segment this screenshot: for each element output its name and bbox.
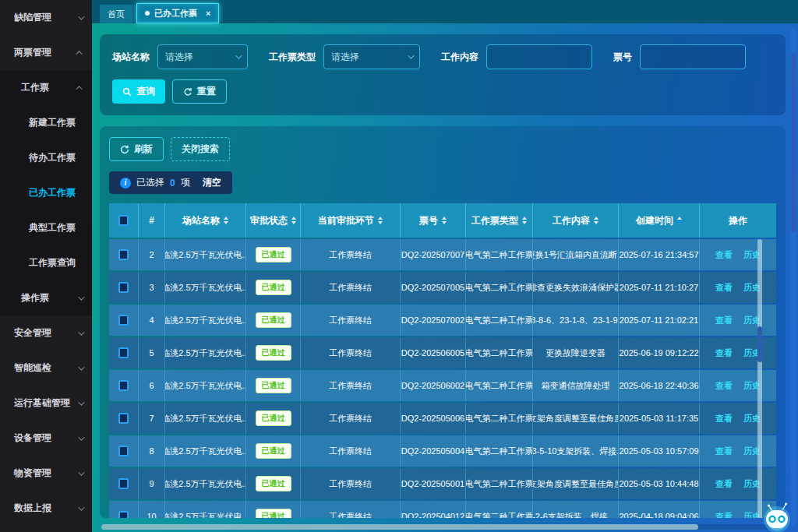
view-link[interactable]: 查看 <box>715 478 733 490</box>
sort-icon[interactable] <box>378 217 383 224</box>
refresh-button[interactable]: 刷新 <box>109 137 164 161</box>
refresh-button-label: 刷新 <box>134 143 153 156</box>
sort-icon[interactable] <box>594 217 598 224</box>
row-checkbox[interactable] <box>118 249 129 260</box>
view-link[interactable]: 查看 <box>715 511 733 519</box>
sort-icon[interactable] <box>442 217 447 224</box>
view-link[interactable]: 查看 <box>715 282 733 294</box>
chevron-down-icon <box>78 399 84 405</box>
view-link[interactable]: 查看 <box>715 413 733 425</box>
close-search-button[interactable]: 关闭搜索 <box>171 137 230 161</box>
sidebar-item[interactable]: 数据上报 <box>0 491 92 526</box>
column-header-label: # <box>149 215 154 226</box>
reset-button[interactable]: 重置 <box>172 79 227 104</box>
sidebar-item[interactable]: 已办工作票 <box>0 175 92 210</box>
tab-active[interactable]: 已办工作票× <box>136 3 219 23</box>
column-header-content[interactable]: 工作内容 <box>533 203 619 238</box>
cell-text: 2025-04-18 09:04:06 <box>619 512 698 518</box>
row-checkbox[interactable] <box>118 347 129 358</box>
view-link[interactable]: 查看 <box>715 347 733 359</box>
row-checkbox[interactable] <box>118 446 129 456</box>
cell-checkbox <box>109 468 139 499</box>
sort-icon[interactable] <box>291 217 296 224</box>
column-header-step[interactable]: 当前审批环节 <box>301 203 401 238</box>
sidebar-item[interactable]: 缺陷管理 <box>0 0 92 35</box>
cell-text: DQ2-202506005 <box>401 348 464 358</box>
table-row: 10临洮2.5万千瓦光伏电...已通过工作票终结DQ2-202504012电气第… <box>109 501 776 518</box>
close-tab-icon[interactable]: × <box>206 9 210 18</box>
sort-icon[interactable] <box>224 217 228 224</box>
cell-ticket_no: DQ2-202505004 <box>401 435 466 467</box>
filter-input[interactable] <box>640 44 746 69</box>
sidebar-item[interactable]: 新建工作票 <box>0 105 92 140</box>
cell-text: 临洮2.5万千瓦光伏电... <box>165 478 246 490</box>
sidebar-item[interactable]: 典型工作票 <box>0 210 92 245</box>
tab-item[interactable]: 首页 <box>100 5 132 23</box>
filter-select[interactable]: 请选择 <box>157 44 248 69</box>
table-vertical-scrollbar[interactable] <box>757 239 762 518</box>
row-checkbox[interactable] <box>118 413 129 424</box>
row-checkbox[interactable] <box>118 478 129 489</box>
sort-icon[interactable] <box>522 217 527 224</box>
column-header-type[interactable]: 工作票类型 <box>466 203 533 238</box>
chevron-down-icon <box>78 504 84 510</box>
cell-text: 工作票终结 <box>329 315 372 326</box>
cell-text: DQ2-202505006 <box>401 414 464 423</box>
column-header-ticket_no[interactable]: 票号 <box>401 203 466 238</box>
row-checkbox[interactable] <box>118 380 129 391</box>
filter-select[interactable]: 请选择 <box>323 44 420 69</box>
sidebar-item[interactable]: 工作票查询 <box>0 245 92 280</box>
cell-station: 临洮2.5万千瓦光伏电... <box>165 305 246 336</box>
table-row: 2临洮2.5万千瓦光伏电...已通过工作票终结DQ2-202507007电气第二… <box>109 239 776 270</box>
clear-selection-button[interactable]: 清空 <box>203 176 221 189</box>
cell-text: 工作票终结 <box>329 478 372 490</box>
sidebar-item[interactable]: 操作票 <box>0 280 92 315</box>
cell-created: 2025-05-03 10:57:09 <box>619 435 700 467</box>
table-row: 3临洮2.5万千瓦光伏电...已通过工作票终结DQ2-202507005电气第二… <box>109 272 776 303</box>
page-scrollbar[interactable] <box>791 28 796 526</box>
cell-step: 工作票终结 <box>301 337 401 368</box>
cell-ticket_no: DQ2-202505001 <box>401 468 466 499</box>
cell-text: 排查更换失效浪涌保护器 <box>533 282 619 294</box>
filter-field-group: 工作票类型请选择 <box>269 44 420 69</box>
sidebar-item[interactable]: 待办工作票 <box>0 140 92 175</box>
table-vertical-scrollbar-thumb[interactable] <box>757 326 762 362</box>
cell-index: 2 <box>139 239 165 270</box>
sidebar-item[interactable]: 智能巡检 <box>0 351 92 386</box>
horizontal-scrollbar[interactable] <box>101 524 779 530</box>
status-badge: 已通过 <box>256 476 291 491</box>
sidebar-item[interactable]: 物资管理 <box>0 456 92 491</box>
filter-field-label: 票号 <box>613 51 632 64</box>
cell-text: 9 <box>149 479 154 488</box>
cell-text: 支架角度调整至最佳角度 <box>533 478 619 490</box>
caret-down-icon <box>594 221 598 224</box>
sidebar-item[interactable]: 两票管理 <box>0 35 92 70</box>
cell-text: 工作票终结 <box>329 380 372 392</box>
sidebar-item[interactable]: 设备管理 <box>0 421 92 456</box>
page-scrollbar-thumb[interactable] <box>791 53 796 232</box>
assistant-robot-icon[interactable] <box>759 499 795 532</box>
search-button[interactable]: 查询 <box>112 79 165 104</box>
filter-field-label: 场站名称 <box>112 51 150 64</box>
column-header-created[interactable]: 创建时间 <box>619 203 700 238</box>
view-link[interactable]: 查看 <box>715 446 733 457</box>
view-link[interactable]: 查看 <box>715 315 733 326</box>
filter-input[interactable] <box>486 44 592 69</box>
row-checkbox[interactable] <box>118 511 129 518</box>
view-link[interactable]: 查看 <box>715 380 733 392</box>
sidebar-item[interactable]: 安全管理 <box>0 315 92 351</box>
table-body: 2临洮2.5万千瓦光伏电...已通过工作票终结DQ2-202507007电气第二… <box>109 239 776 518</box>
column-header-station[interactable]: 场站名称 <box>165 203 246 238</box>
cell-status: 已通过 <box>246 305 301 336</box>
sort-icon[interactable] <box>677 217 682 224</box>
select-all-checkbox[interactable] <box>118 215 129 226</box>
column-header-status[interactable]: 审批状态 <box>246 203 301 238</box>
sidebar-item[interactable]: 工作票 <box>0 70 92 105</box>
sidebar-item[interactable]: 运行基础管理 <box>0 386 92 421</box>
row-actions: 查看历史 <box>715 315 761 326</box>
row-checkbox[interactable] <box>118 315 129 326</box>
horizontal-scrollbar-thumb[interactable] <box>101 524 698 530</box>
row-checkbox[interactable] <box>118 282 129 293</box>
view-link[interactable]: 查看 <box>715 249 733 261</box>
table-panel: 刷新 关闭搜索 i 已选择 0 项 清空 #场站名称审批状态当前审批环节票号工作… <box>100 126 786 518</box>
